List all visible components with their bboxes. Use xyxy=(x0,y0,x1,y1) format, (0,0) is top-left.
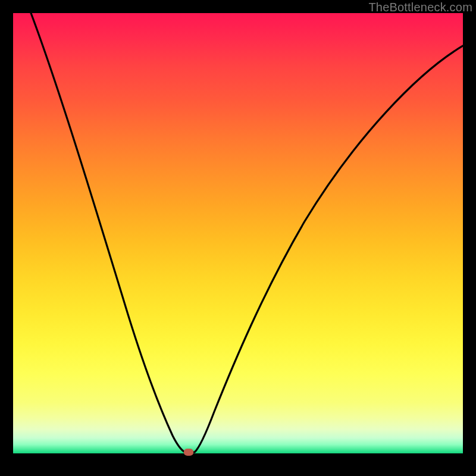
min-marker xyxy=(184,449,193,456)
watermark-text: TheBottleneck.com xyxy=(368,1,472,14)
plot-frame xyxy=(13,13,463,463)
plot-background-gradient xyxy=(13,13,463,453)
